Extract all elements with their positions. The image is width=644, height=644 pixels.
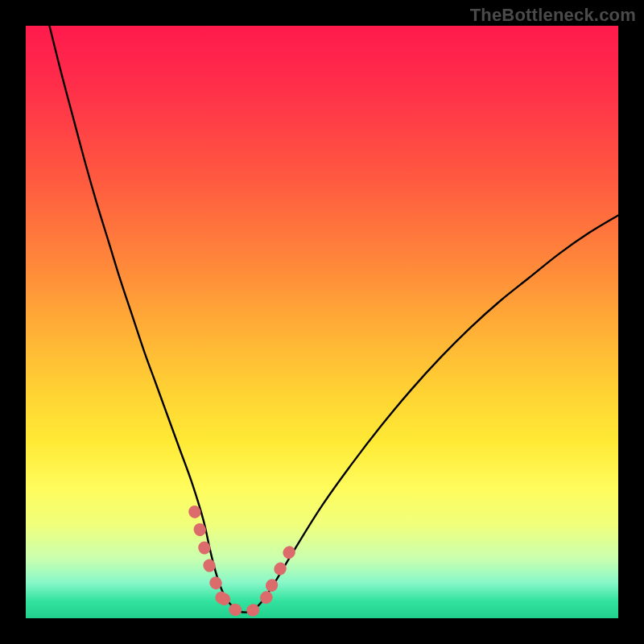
curve-layer	[26, 26, 618, 618]
watermark-text: TheBottleneck.com	[470, 5, 636, 26]
plot-area	[26, 26, 618, 618]
chart-stage: TheBottleneck.com	[0, 0, 644, 644]
bottleneck-curve	[49, 26, 618, 613]
highlight-segment-right	[271, 552, 289, 586]
highlight-segment-left	[195, 512, 225, 600]
